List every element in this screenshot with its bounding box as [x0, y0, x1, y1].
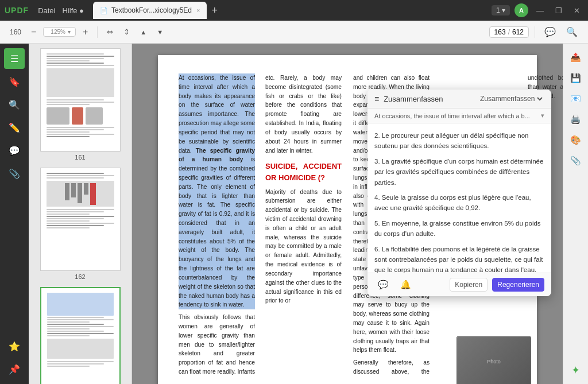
ai-bullet-4: 5. En moyenne, la graisse constitue envi…	[374, 218, 544, 239]
avatar[interactable]: A	[514, 3, 528, 17]
menu-hilfe[interactable]: Hilfe ●	[62, 6, 83, 15]
section-title: SUICIDE, ACCIDENT OR HOMICIDE (?	[265, 161, 342, 184]
total-pages: 612	[512, 28, 524, 36]
sidebar-icon-bookmark[interactable]: 🔖	[4, 71, 25, 92]
thumbnail-item-163[interactable]: 163	[29, 287, 131, 384]
maximize-button[interactable]: ❐	[552, 5, 566, 16]
page-nav-badge[interactable]: 1 ▾	[492, 5, 510, 15]
ai-chat-icon-button[interactable]: 💬	[374, 278, 392, 291]
ai-bullet-3: 4. Seule la graisse du corps est plus lé…	[374, 192, 544, 214]
sidebar-icon-pin[interactable]: 📌	[4, 359, 25, 379]
page-number-label: 160	[7, 28, 24, 36]
ai-bullet-1: 2. Le procureur peut alléguer un délai s…	[374, 130, 544, 152]
minimize-button[interactable]: —	[533, 5, 547, 16]
right-icon-attach[interactable]: 📎	[567, 152, 585, 170]
sidebar-icon-attach[interactable]: 📎	[4, 163, 25, 184]
page-separator: /	[508, 28, 510, 36]
ai-source-text: At occasions, the issue of time interval…	[374, 113, 541, 119]
scroll-down-button[interactable]: ▼	[153, 26, 167, 38]
scroll-up-button[interactable]: ▲	[137, 26, 150, 38]
zoom-in-button[interactable]: +	[79, 25, 91, 40]
right-icon-email[interactable]: 📧	[567, 90, 585, 108]
divider-2	[535, 26, 535, 38]
new-tab-button[interactable]: +	[208, 5, 221, 17]
sidebar-icon-menu[interactable]: ☰	[4, 48, 25, 69]
ai-bell-icon-button[interactable]: 🔔	[397, 278, 415, 291]
ai-bullet-5: 6. La flottabilité des poumons et la lég…	[374, 244, 544, 273]
zoom-level-display[interactable]: 125% ▾	[43, 27, 76, 37]
sidebar-icon-edit[interactable]: ✏️	[4, 117, 25, 138]
ai-copy-button[interactable]: Kopieren	[450, 278, 488, 292]
page-counter[interactable]: 163 / 612	[489, 26, 529, 38]
ai-summary-dropdown[interactable]: Zusammenfassen	[478, 94, 544, 103]
ai-panel: ≡ Zusammenfassen Zusammenfassen At occas…	[368, 90, 551, 296]
ai-bullet-2: 3. La gravité spécifique d'un corps huma…	[374, 156, 544, 188]
right-icon-theme[interactable]: 🎨	[567, 131, 585, 149]
right-icon-sparkle[interactable]: ✦	[567, 361, 585, 379]
ai-panel-title: Zusammenfassen	[384, 95, 473, 103]
zoom-out-button[interactable]: −	[28, 25, 40, 40]
sidebar-icon-comment[interactable]: 💬	[4, 140, 25, 161]
right-icon-print[interactable]: 🖨️	[567, 110, 585, 129]
ai-menu-icon: ≡	[374, 94, 379, 103]
zoom-level-text: 125%	[51, 29, 65, 35]
search-button[interactable]: 🔍	[563, 24, 581, 40]
thumbnail-item-161[interactable]: 161	[29, 48, 131, 161]
tab-icon: 📄	[100, 7, 108, 14]
sidebar-icon-star[interactable]: ⭐	[4, 336, 25, 356]
thumbnail-label-162: 162	[75, 273, 85, 280]
menu-datei[interactable]: Datei	[38, 6, 55, 15]
fit-page-button[interactable]: ⇕	[120, 25, 133, 38]
close-button[interactable]: ✕	[570, 5, 583, 16]
active-tab[interactable]: 📄 TextbookFor...xicology5Ed ×	[93, 2, 207, 19]
fit-width-button[interactable]: ⇔	[103, 25, 117, 38]
divider-1	[97, 26, 98, 38]
thumbnail-label-161: 161	[75, 154, 85, 161]
app-logo: UPDF	[5, 6, 29, 15]
sidebar-icon-search[interactable]: 🔍	[4, 94, 25, 115]
ai-content-area: 2. Le procureur peut alléguer un délai s…	[368, 123, 551, 273]
ai-regenerate-button[interactable]: Regenerieren	[492, 278, 544, 292]
right-icon-share[interactable]: 📤	[567, 48, 585, 67]
comment-button[interactable]: 💬	[541, 24, 559, 40]
thumbnail-item-162[interactable]: 162	[29, 168, 131, 280]
ai-source-dropdown[interactable]: ▾	[541, 112, 544, 119]
tab-label: TextbookFor...xicology5Ed	[111, 6, 192, 14]
zoom-dropdown-icon: ▾	[68, 29, 71, 35]
right-icon-save[interactable]: 💾	[567, 69, 585, 87]
tab-close[interactable]: ×	[196, 7, 200, 14]
current-page: 163	[494, 28, 506, 36]
